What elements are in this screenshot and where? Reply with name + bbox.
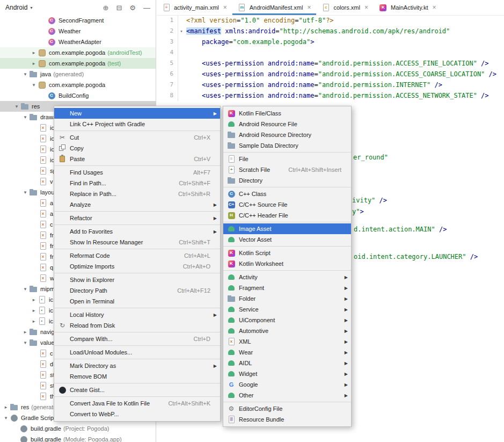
menu-item-label: Create Gist... [70, 387, 210, 393]
menu-separator [223, 187, 351, 187]
menu-item-c-c-header-file[interactable]: HC/C++ Header File [223, 210, 351, 221]
xml-file-icon: x [39, 381, 47, 390]
menu-item-cut[interactable]: ✂CutCtrl+X [54, 132, 220, 143]
menu-item-kotlin-file-class[interactable]: KKotlin File/Class [223, 108, 351, 119]
menu-item-uicomponent[interactable]: UiComponent▶ [223, 315, 351, 325]
menu-item-folder[interactable]: Folder▶ [223, 293, 351, 304]
menu-item-convert-java-file-to-kotlin-file[interactable]: Convert Java File to Kotlin FileCtrl+Alt… [54, 398, 220, 409]
chevron-collapsed-icon[interactable]: ▸ [21, 329, 29, 335]
menu-item-file[interactable]: ≡File [223, 154, 351, 164]
menu-item-convert-to-webp[interactable]: Convert to WebP... [54, 409, 220, 419]
menu-item-show-in-explorer[interactable]: Show in Explorer [54, 274, 220, 285]
menu-item-directory[interactable]: Directory [223, 175, 351, 186]
menu-item-mark-directory-as[interactable]: Mark Directory as▶ [54, 360, 220, 371]
menu-item-replace-in-path[interactable]: Replace in Path...Ctrl+Shift+R [54, 189, 220, 199]
chevron-collapsed-icon[interactable]: ▸ [30, 308, 38, 313]
menu-item-scratch-file[interactable]: +Scratch FileCtrl+Alt+Shift+Insert [223, 164, 351, 175]
menu-item-android-resource-directory[interactable]: Android Resource Directory [223, 129, 351, 140]
tree-item-buildconfig[interactable]: CBuildConfig [0, 90, 156, 101]
chevron-collapsed-icon[interactable]: ▸ [30, 61, 38, 66]
chevron-collapsed-icon[interactable]: ▸ [30, 318, 38, 324]
chevron-collapsed-icon[interactable]: ▸ [30, 297, 38, 302]
menu-item-create-gist[interactable]: Create Gist... [54, 385, 220, 395]
tree-item-com-example-pogoda-test[interactable]: ▸com.example.pogoda(test) [0, 58, 156, 69]
close-icon[interactable]: × [432, 4, 436, 11]
menu-item-other[interactable]: Other▶ [223, 390, 351, 401]
menu-item-icon-slot: H [227, 211, 239, 220]
menu-item-open-in-terminal[interactable]: Open in Terminal [54, 296, 220, 307]
close-icon[interactable]: × [307, 4, 311, 11]
chevron-expanded-icon[interactable]: ▾ [21, 286, 29, 292]
cpp-source-icon: C+ [227, 200, 236, 209]
menu-item-link-c-project-with-gradle[interactable]: Link C++ Project with Gradle [54, 119, 220, 129]
tree-item-weather[interactable]: CWeather [0, 26, 156, 37]
tab-activity-main-xml[interactable]: ≡activity_main.xml× [157, 0, 232, 15]
menu-item-reload-from-disk[interactable]: ↻Reload from Disk [54, 320, 220, 331]
menu-item-copy[interactable]: Copy [54, 143, 220, 154]
chevron-expanded-icon[interactable]: ▾ [13, 104, 20, 109]
chevron-collapsed-icon[interactable]: ▸ [30, 50, 38, 55]
tree-item-com-example-pogoda[interactable]: ▾com.example.pogoda [0, 79, 156, 90]
locate-file-icon[interactable]: ⊕ [103, 4, 109, 11]
menu-item-kotlin-worksheet[interactable]: KKotlin Worksheet [223, 258, 351, 269]
menu-item-image-asset[interactable]: Image Asset [223, 223, 351, 234]
tree-item-build-gradle-module-pogoda-app[interactable]: build.gradle(Module: Pogoda.app) [0, 434, 156, 442]
menu-item-local-history[interactable]: Local History▶ [54, 309, 220, 320]
menu-item-resource-bundle[interactable]: ≣Resource Bundle [223, 414, 351, 425]
close-icon[interactable]: × [223, 4, 227, 11]
menu-item-editorconfig-file[interactable]: ⚙EditorConfig File [223, 403, 351, 414]
collapse-all-icon[interactable]: ⊟ [116, 4, 122, 11]
fold-icon[interactable]: ▾ [178, 26, 185, 37]
chevron-expanded-icon[interactable]: ▾ [21, 114, 29, 120]
chevron-expanded-icon[interactable]: ▾ [21, 340, 29, 345]
menu-item-load-unload-modules[interactable]: Load/Unload Modules... [54, 347, 220, 358]
menu-item-activity[interactable]: Activity▶ [223, 272, 351, 282]
menu-item-fragment[interactable]: Fragment▶ [223, 282, 351, 293]
settings-gear-icon[interactable]: ⚙ [129, 4, 136, 11]
menu-item-paste[interactable]: PasteCtrl+V [54, 154, 220, 164]
menu-item-analyze[interactable]: Analyze▶ [54, 199, 220, 210]
menu-item-vector-asset[interactable]: Vector Asset [223, 234, 351, 245]
menu-item-find-in-path[interactable]: Find in Path...Ctrl+Shift+F [54, 178, 220, 189]
menu-item-aidl[interactable]: AIDL▶ [223, 358, 351, 368]
menu-item-service[interactable]: Service▶ [223, 304, 351, 315]
tree-item-java-generated[interactable]: ▾java(generated) [0, 69, 156, 79]
tab-colors-xml[interactable]: ccolors.xml× [316, 0, 374, 15]
menu-item-add-to-favorites[interactable]: Add to Favorites▶ [54, 226, 220, 237]
chevron-expanded-icon[interactable]: ▾ [21, 190, 29, 195]
menu-item-directory-path[interactable]: Directory PathCtrl+Alt+F12 [54, 285, 220, 296]
chevron-collapsed-icon[interactable]: ▸ [2, 404, 10, 410]
menu-item-reformat-code[interactable]: Reformat CodeCtrl+Alt+L [54, 250, 220, 261]
menu-item-find-usages[interactable]: Find UsagesAlt+F7 [54, 167, 220, 178]
hide-panel-icon[interactable]: — [143, 4, 150, 11]
menu-item-automotive[interactable]: Automotive▶ [223, 325, 351, 336]
menu-item-new[interactable]: New▶ [54, 108, 220, 119]
xml-file-icon: x [39, 134, 47, 143]
tab-androidmanifest-xml[interactable]: mAndroidManifest.xml× [232, 0, 317, 15]
menu-item-google[interactable]: GGoogle▶ [223, 379, 351, 390]
chevron-expanded-icon[interactable]: ▾ [2, 415, 10, 421]
project-view-selector[interactable]: Android ▾ [5, 4, 32, 11]
menu-item-show-in-resource-manager[interactable]: Show In Resource ManagerCtrl+Shift+T [54, 237, 220, 248]
tree-item-weatheradapter[interactable]: CWeatherAdapter [0, 37, 156, 47]
menu-item-android-resource-file[interactable]: Android Resource File [223, 119, 351, 129]
tab-mainactivity-kt[interactable]: KMainActivity.kt× [374, 0, 442, 15]
menu-item-c-c-source-file[interactable]: C+C/C++ Source File [223, 199, 351, 210]
tree-item-com-example-pogoda-androidtest[interactable]: ▸com.example.pogoda(androidTest) [0, 47, 156, 58]
menu-item-widget[interactable]: Widget▶ [223, 368, 351, 379]
menu-item-sample-data-directory[interactable]: Sample Data Directory [223, 140, 351, 151]
tree-item-build-gradle-project-pogoda[interactable]: build.gradle(Project: Pogoda) [0, 423, 156, 434]
menu-item-xml[interactable]: xXML▶ [223, 336, 351, 347]
menu-item-wear[interactable]: Wear▶ [223, 347, 351, 358]
menu-item-optimize-imports[interactable]: Optimize ImportsCtrl+Alt+O [54, 261, 220, 272]
tree-item-secondfragment[interactable]: CSecondFragment [0, 15, 156, 26]
menu-item-remove-bom[interactable]: Remove BOM [54, 371, 220, 382]
tree-item-qualifier: (generated) [53, 71, 84, 77]
menu-item-kotlin-script[interactable]: KKotlin Script [223, 248, 351, 258]
close-icon[interactable]: × [364, 4, 368, 11]
chevron-expanded-icon[interactable]: ▾ [30, 82, 38, 88]
menu-item-compare-with[interactable]: Compare With...Ctrl+D [54, 334, 220, 344]
chevron-expanded-icon[interactable]: ▾ [21, 71, 29, 77]
menu-item-refactor[interactable]: Refactor▶ [54, 213, 220, 223]
menu-item-c-class[interactable]: CC++ Class [223, 189, 351, 199]
